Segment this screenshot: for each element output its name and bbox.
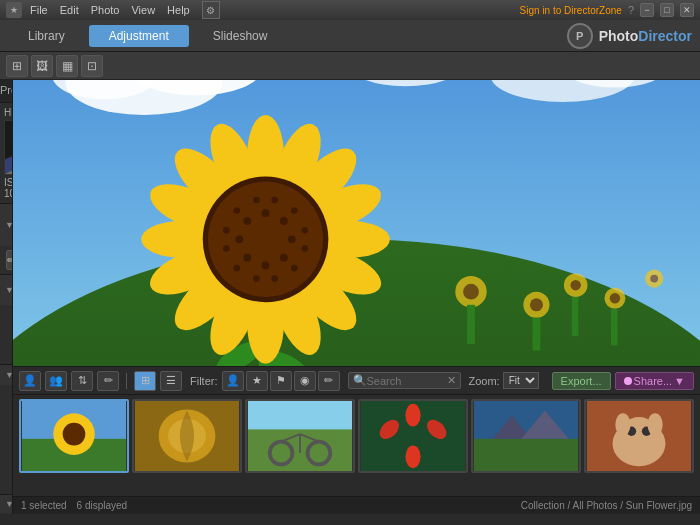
top-nav: Library Adjustment Slideshow P PhotoDire…	[0, 20, 700, 52]
grid-view-btn[interactable]: ⊞	[134, 371, 156, 391]
selected-count: 1 selected	[21, 500, 67, 511]
center-area: 👤 👥 ⇅ ✏ ⊞ ☰ Filter: 👤 ★ ⚑ ◉ ✏ 🔍	[13, 80, 700, 514]
filter-person-icon[interactable]: 👤	[222, 371, 244, 391]
export-button[interactable]: Export...	[552, 372, 611, 390]
white-balance-header[interactable]: ▼ ✓ White Balance	[0, 275, 12, 305]
divider	[126, 373, 127, 389]
tone-header[interactable]: ▼ ✓ Tone Tone 📌	[0, 365, 12, 385]
svg-point-60	[223, 245, 230, 252]
view-single-button[interactable]: 🖼	[31, 55, 53, 77]
exposure-row: Exposure 0.00	[6, 389, 13, 404]
tinge-section: ▼ Tinge Clarity 0	[0, 495, 12, 514]
sign-in-link[interactable]: Sign in to DirectorZone	[520, 5, 622, 16]
tone-section: ▼ ✓ Tone Tone 📌 Exposure 0.00 Black leve…	[0, 365, 12, 495]
svg-point-94	[615, 413, 630, 436]
svg-rect-14	[533, 318, 541, 351]
status-bar: 1 selected 6 displayed Collection / All …	[13, 496, 700, 514]
contrast-row: Contrast 0	[6, 475, 13, 490]
wb-content: 💧 As Shot Auto Daylight As Shot Auto Tem…	[0, 305, 12, 364]
logo-area: P PhotoDirector	[567, 23, 692, 49]
svg-rect-86	[474, 439, 578, 471]
highlights-row: Highlights 0	[6, 430, 13, 445]
white-balance-section: ▼ ✓ White Balance 💧 As Shot Auto Dayligh…	[0, 275, 12, 365]
filter-edit-icon[interactable]: ✏	[318, 371, 340, 391]
svg-rect-72	[248, 401, 352, 429]
app-logo-text: PhotoDirector	[599, 28, 692, 44]
svg-point-67	[63, 423, 86, 446]
share-dot-icon	[624, 377, 632, 385]
sort-icon[interactable]: ⇅	[71, 371, 93, 391]
filmstrip-toolbar: 👤 👥 ⇅ ✏ ⊞ ☰ Filter: 👤 ★ ⚑ ◉ ✏ 🔍	[13, 367, 700, 395]
tinge-content: Clarity 0	[0, 513, 12, 514]
svg-point-13	[530, 298, 543, 311]
menu-edit[interactable]: Edit	[60, 4, 79, 16]
svg-point-84	[405, 445, 420, 468]
displayed-count: 6 displayed	[77, 500, 128, 511]
filter-flag-icon[interactable]: ⚑	[270, 371, 292, 391]
svg-point-56	[291, 265, 298, 272]
menu-view[interactable]: View	[131, 4, 155, 16]
menu-photo[interactable]: Photo	[91, 4, 120, 16]
share-chevron-icon: ▼	[674, 375, 685, 387]
sunflower-image	[13, 80, 700, 366]
tab-library[interactable]: Library	[8, 25, 85, 47]
sub-tabs: Presets Manual	[0, 80, 12, 103]
nav-tabs: Library Adjustment Slideshow	[8, 25, 287, 47]
histogram-meta: ISO 100 10 mm f/9 1/100 0 ev	[4, 177, 8, 199]
tab-presets[interactable]: Presets	[0, 80, 13, 102]
thumb-6-hamster[interactable]	[584, 399, 694, 473]
thumb-2-shell[interactable]	[132, 399, 242, 473]
menu-help[interactable]: Help	[167, 4, 190, 16]
svg-point-83	[405, 404, 420, 427]
thumb-5-landscape[interactable]	[471, 399, 581, 473]
svg-point-58	[253, 275, 260, 282]
zoom-label: Zoom:	[469, 375, 500, 387]
tab-slideshow[interactable]: Slideshow	[193, 25, 288, 47]
svg-point-44	[262, 209, 270, 217]
filter-star-icon[interactable]: ★	[246, 371, 268, 391]
thumb-3-bicycle[interactable]	[245, 399, 355, 473]
file-path: Collection / All Photos / Sun Flower.jpg	[521, 500, 692, 511]
photo-view	[13, 80, 700, 366]
svg-point-47	[280, 254, 288, 262]
filter-color-icon[interactable]: ◉	[294, 371, 316, 391]
search-input[interactable]	[367, 375, 447, 387]
close-button[interactable]: ✕	[680, 3, 694, 17]
thumb-1-sunflower[interactable]	[19, 399, 129, 473]
tone-content: Exposure 0.00 Black level 0 Highlights	[0, 385, 12, 494]
view-before-after-button[interactable]: ⊡	[81, 55, 103, 77]
regional-header[interactable]: ▼ Regional Adjustment Tools	[0, 204, 12, 246]
main-area: Presets Manual Histogram Color B&W	[0, 80, 700, 514]
edit-small-icon[interactable]: ✏	[97, 371, 119, 391]
brush-tool[interactable]: ✏	[6, 250, 13, 270]
svg-point-57	[271, 275, 278, 282]
tab-adjustment[interactable]: Adjustment	[89, 25, 189, 47]
menu-bar: File Edit Photo View Help	[30, 4, 190, 16]
search-clear-button[interactable]: ✕	[447, 374, 456, 387]
maximize-button[interactable]: □	[660, 3, 674, 17]
tinge-header[interactable]: ▼ Tinge	[0, 495, 12, 513]
app-icon: ★	[6, 2, 22, 18]
svg-point-10	[463, 284, 479, 300]
people-icon[interactable]: 👥	[45, 371, 67, 391]
view-grid-button[interactable]: ⊞	[6, 55, 28, 77]
view-compare-button[interactable]: ▦	[56, 55, 78, 77]
svg-point-59	[233, 265, 240, 272]
thumb-4-flower[interactable]	[358, 399, 468, 473]
person-icon[interactable]: 👤	[19, 371, 41, 391]
minimize-button[interactable]: −	[640, 3, 654, 17]
svg-point-54	[302, 227, 309, 234]
svg-point-45	[280, 217, 288, 225]
search-box: 🔍 ✕	[348, 372, 461, 389]
svg-rect-17	[572, 297, 579, 336]
share-button[interactable]: Share... ▼	[615, 372, 694, 390]
menu-file[interactable]: File	[30, 4, 48, 16]
help-icon[interactable]: ?	[628, 4, 634, 16]
zoom-select[interactable]: Fit	[503, 372, 539, 389]
filter-icons: 👤 ★ ⚑ ◉ ✏	[222, 371, 340, 391]
export-share-area: Export... Share... ▼	[552, 372, 694, 390]
gear-icon[interactable]: ⚙	[202, 1, 220, 19]
toolbar: ⊞ 🖼 ▦ ⊡	[0, 52, 700, 80]
list-view-btn[interactable]: ☰	[160, 371, 182, 391]
histogram-canvas	[4, 120, 13, 175]
